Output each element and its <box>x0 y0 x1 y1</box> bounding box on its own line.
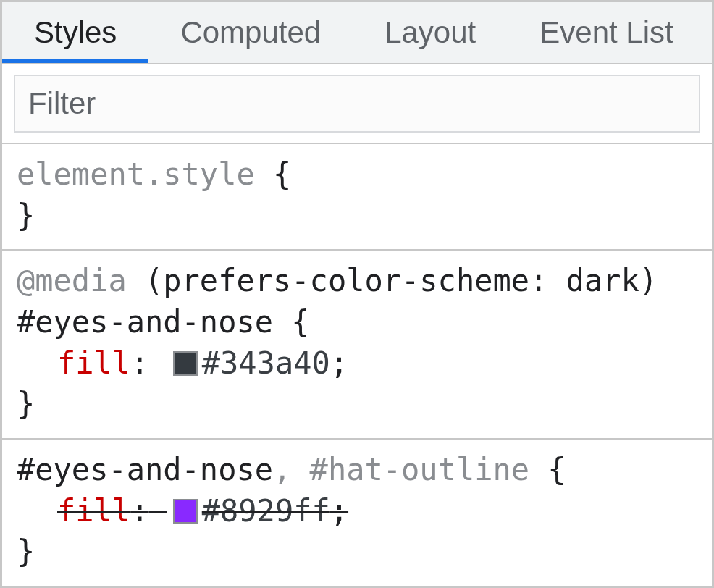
rule-media-dark[interactable]: @media (prefers-color-scheme: dark) #eye… <box>2 251 712 440</box>
selector-active[interactable]: #eyes-and-nose <box>17 452 273 487</box>
selector-inactive[interactable]: #hat-outline <box>310 452 529 487</box>
rule-base[interactable]: #eyes-and-nose, #hat-outline { fill: #89… <box>2 440 712 586</box>
tab-styles[interactable]: Styles <box>2 2 148 63</box>
color-swatch-icon[interactable] <box>173 351 198 376</box>
selector-separator: , <box>273 452 310 487</box>
selector[interactable]: #eyes-and-nose <box>17 304 273 340</box>
color-swatch-icon[interactable] <box>173 499 198 524</box>
styles-panel: Styles Computed Layout Event List elemen… <box>0 0 714 588</box>
property-name[interactable]: fill <box>57 493 130 529</box>
close-brace: } <box>17 386 35 421</box>
open-brace: { <box>291 304 309 340</box>
property-value[interactable]: #343a40 <box>202 345 330 381</box>
declaration[interactable]: fill: #343a40; <box>17 343 697 385</box>
open-brace: { <box>547 452 566 487</box>
filter-row <box>2 64 712 144</box>
declaration-overridden[interactable]: fill: #8929ff; <box>17 491 697 532</box>
at-rule-condition: (prefers-color-scheme: dark) <box>145 263 658 298</box>
selector[interactable]: element.style <box>17 156 255 192</box>
styles-filter-input[interactable] <box>14 75 700 133</box>
close-brace: } <box>17 198 35 233</box>
rule-element-style[interactable]: element.style { } <box>2 144 712 251</box>
property-value[interactable]: #8929ff <box>202 493 330 529</box>
devtools-tabbar: Styles Computed Layout Event List <box>2 2 712 64</box>
at-rule-keyword: @media <box>17 263 127 298</box>
property-name[interactable]: fill <box>57 345 130 381</box>
close-brace: } <box>17 534 35 569</box>
tab-layout[interactable]: Layout <box>353 2 508 63</box>
tab-computed[interactable]: Computed <box>148 2 353 63</box>
tab-event-listeners[interactable]: Event List <box>508 2 673 63</box>
